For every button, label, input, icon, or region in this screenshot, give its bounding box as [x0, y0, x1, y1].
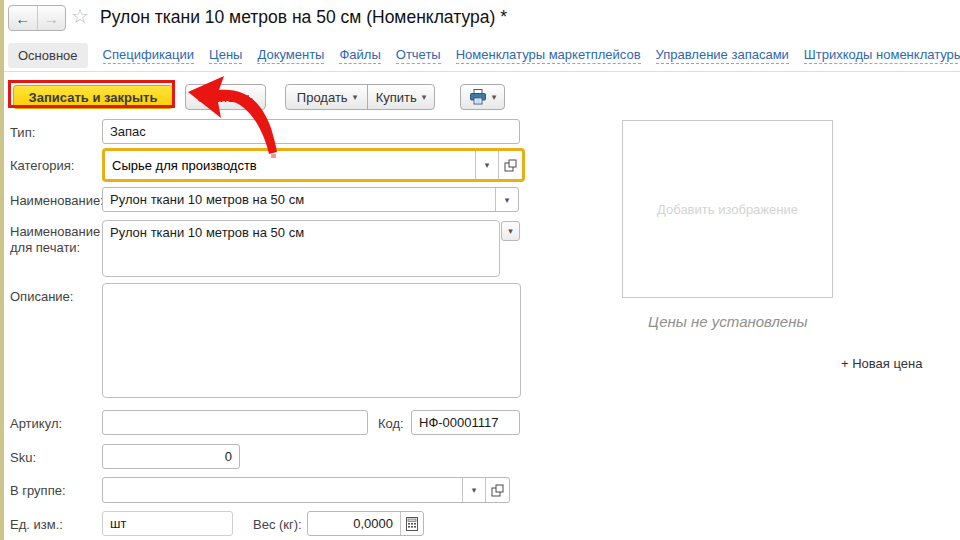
chevron-down-icon: ▾ — [485, 160, 490, 170]
back-arrow-icon: ← — [15, 10, 30, 27]
chevron-down-icon: ▾ — [508, 226, 513, 236]
history-nav-group: ← → — [8, 5, 66, 31]
description-label: Описание: — [10, 289, 73, 304]
name-label: Наименование: — [10, 193, 104, 208]
category-value: Сырье для производств — [105, 158, 475, 173]
code-label: Код: — [378, 416, 404, 431]
buy-button[interactable]: Купить ▾ — [367, 84, 435, 110]
tab-otchety[interactable]: Отчеты — [396, 47, 441, 64]
calculator-icon — [406, 517, 418, 531]
tab-nomenklatury-marketplejsov[interactable]: Номенклатуры маркетплейсов — [456, 47, 641, 64]
chevron-down-icon: ▾ — [505, 195, 510, 205]
tab-shtrihkody-nomenklatury[interactable]: Штрихкоды номенклатуры — [804, 47, 960, 64]
tab-fajly[interactable]: Файлы — [339, 47, 380, 64]
tab-osnovnoe[interactable]: Основное — [8, 43, 88, 68]
favorite-star-icon[interactable]: ☆ — [71, 4, 89, 28]
back-button[interactable]: ← — [9, 6, 38, 30]
open-item-icon — [491, 484, 504, 497]
unit-value: шт — [103, 516, 232, 531]
image-placeholder-text: Добавить изображение — [657, 202, 798, 217]
chevron-down-icon: ▾ — [492, 92, 497, 102]
code-field: НФ-00001117 — [411, 410, 520, 435]
chevron-down-icon: ▾ — [422, 92, 427, 102]
unit-label: Ед. изм.: — [10, 517, 63, 532]
open-item-icon — [504, 159, 517, 172]
print-name-label: Наименование для печати: — [10, 224, 102, 256]
description-field[interactable] — [102, 283, 521, 398]
weight-label: Вес (кг): — [253, 517, 302, 532]
chevron-down-icon: ▾ — [353, 92, 358, 102]
weight-field[interactable]: 0,0000 — [307, 511, 424, 536]
forward-arrow-icon: → — [44, 10, 59, 27]
article-field[interactable] — [102, 410, 368, 435]
new-price-button[interactable]: + Новая цена — [841, 356, 922, 371]
buy-button-label: Купить — [376, 90, 417, 105]
tabs-separator — [4, 71, 960, 72]
forward-button[interactable]: → — [38, 6, 66, 30]
sell-button-label: Продать — [297, 90, 348, 105]
name-field[interactable]: Рулон ткани 10 метров на 50 см ▾ — [102, 187, 519, 212]
group-open-button[interactable] — [486, 478, 509, 502]
window-edge-stripe — [0, 0, 4, 540]
sell-button[interactable]: Продать ▾ — [285, 84, 369, 110]
tab-bar: Основное Спецификации Цены Документы Фай… — [8, 42, 960, 68]
annotation-arrow — [178, 68, 282, 160]
annotation-rectangle — [8, 80, 175, 108]
name-dropdown-button[interactable]: ▾ — [496, 188, 518, 211]
code-value: НФ-00001117 — [412, 415, 519, 430]
type-value: Запас — [103, 124, 519, 139]
chevron-down-icon: ▾ — [472, 485, 477, 495]
type-field[interactable]: Запас — [102, 119, 520, 144]
print-menu-button[interactable]: ▾ — [460, 84, 505, 110]
print-name-field[interactable]: Рулон ткани 10 метров на 50 см — [102, 220, 500, 277]
article-label: Артикул: — [10, 416, 62, 431]
type-label: Тип: — [10, 125, 35, 140]
sku-value: 0 — [103, 449, 239, 464]
sku-label: Sku: — [10, 450, 36, 465]
tab-specifikacii[interactable]: Спецификации — [103, 47, 195, 64]
weight-value: 0,0000 — [308, 516, 400, 531]
category-label: Категория: — [10, 158, 74, 173]
tab-upravlenie-zapasami[interactable]: Управление запасами — [656, 47, 789, 64]
group-dropdown-button[interactable]: ▾ — [463, 478, 485, 502]
weight-calculator-button[interactable] — [401, 512, 423, 535]
print-name-dropdown-button[interactable]: ▾ — [501, 221, 520, 241]
tab-ceny[interactable]: Цены — [209, 47, 242, 64]
prices-not-set-text: Цены не установлены — [648, 313, 808, 330]
unit-field[interactable]: шт — [102, 511, 233, 536]
tab-dokumenty[interactable]: Документы — [257, 47, 324, 64]
sku-field[interactable]: 0 — [102, 444, 240, 469]
category-open-button[interactable] — [499, 151, 522, 179]
printer-icon — [469, 89, 487, 105]
name-value: Рулон ткани 10 метров на 50 см — [103, 192, 495, 207]
print-name-value: Рулон ткани 10 метров на 50 см — [110, 225, 304, 240]
group-label: В группе: — [10, 483, 66, 498]
category-field[interactable]: Сырье для производств ▾ — [102, 148, 525, 182]
page-title: Рулон ткани 10 метров на 50 см (Номенкла… — [100, 7, 507, 28]
category-dropdown-button[interactable]: ▾ — [476, 151, 498, 179]
group-field[interactable]: ▾ — [102, 477, 510, 503]
save-button[interactable]: Записать — [185, 84, 266, 110]
product-image-placeholder[interactable]: Добавить изображение — [622, 120, 833, 298]
nomenclature-form-window: ← → ☆ Рулон ткани 10 метров на 50 см (Но… — [0, 0, 960, 540]
